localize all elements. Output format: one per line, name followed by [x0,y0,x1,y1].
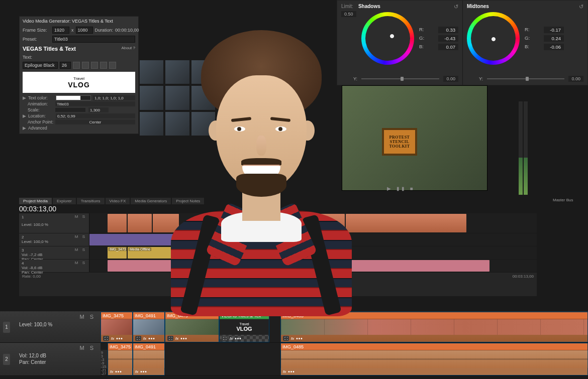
clip[interactable] [346,214,466,232]
font-select[interactable] [23,62,58,69]
main-timecode: 00:03:13,00 [19,205,56,213]
location-label: Location: [28,113,56,118]
zoom-clip-v3[interactable]: IMG_0475 ⛶fx••• [165,312,219,342]
zoom-video-track: 1 M S Level: 100,0 % IMG_3475 ⛶fx••• IMG… [0,312,588,343]
shadows-y-slider[interactable] [361,78,439,79]
align-right-button[interactable] [109,62,116,69]
zoom-clip-title[interactable]: VEGAS Titles & Tex TravelVLOG ⛶fx••• [219,312,269,342]
clip[interactable] [181,234,256,245]
frame-width-input[interactable] [52,27,69,34]
track1-header[interactable]: 1 M S Level: 100,0 % [19,213,89,233]
advanced-toggle[interactable]: Advanced [28,125,56,131]
limit-value[interactable]: 0.50 [341,11,356,17]
align-left-button[interactable] [91,62,98,69]
shadows-section: Limit: Shadows ↺ 0.50 R:0.33 G:-0.43 B:0… [337,1,463,85]
track3-header[interactable]: 3 M S Vol: -7,2 dB Pan: Center [19,246,89,259]
shadows-wheel-handle[interactable] [390,34,394,38]
font-size-input[interactable] [60,62,71,69]
limit-label: Limit: [341,4,353,9]
audio-track-4: 4 M S Vol: -8,6 dB Pan: Center [19,260,537,273]
frame-x: x [71,28,74,33]
location-value[interactable]: 0,52; 0,99 [56,113,135,118]
midtones-section: Midtones ↺ R:-0.17 G:0.24 B:-0.06 Y: 0.0… [463,1,587,85]
tab-transitions[interactable]: Transitions [77,198,105,204]
title-line1: Travel [73,76,84,81]
crop-icon[interactable]: ⛶ [135,336,141,341]
crop-icon[interactable]: ⛶ [222,336,228,341]
audio-clip[interactable]: IMG_3473 [108,247,127,259]
footer-time: 00:03:13,00 [513,274,534,279]
anchor-label: Anchor Point: [28,119,55,124]
zoom-audio-track: 2 M S Vol: 12,0 dB Pan: Center 93-3-9-15… [0,343,588,376]
zoom-track1-header[interactable]: 1 M S Level: 100,0 % [0,312,101,342]
track2-header[interactable]: 2 M S Level: 100,0 % [19,233,89,246]
zoom-audio-clip-a2[interactable]: IMG_0491 fx••• [133,343,165,375]
crop-icon[interactable]: ⛶ [103,336,109,341]
text-color-swatch[interactable] [56,95,91,100]
zoom-audio-clip-a5[interactable]: IMG_0485 fx••• [280,343,588,375]
midtones-y-value[interactable]: 0.00 [568,76,583,82]
shadows-color-wheel[interactable] [361,12,414,65]
panel-title: Video Media Generator: VEGAS Titles & Te… [20,17,138,26]
clip[interactable] [312,214,345,232]
shadows-b[interactable]: 0.07 [438,44,458,50]
audio-meters [518,100,529,196]
midtones-y-slider[interactable] [487,78,564,79]
clip-purple[interactable] [89,234,180,245]
clip[interactable] [153,214,179,232]
tab-media-generators[interactable]: Media Generators [131,198,171,204]
midtones-g[interactable]: 0.24 [544,35,564,42]
zoom-clip-v1[interactable]: IMG_3475 ⛶fx••• [101,312,133,342]
tab-project-notes[interactable]: Project Notes [172,198,204,204]
midtones-wheel-handle[interactable] [492,37,496,41]
title-line2: VLOG [68,81,90,89]
clip[interactable] [108,214,127,232]
scale-label: Scale: [28,107,55,112]
zoom-clip-v2[interactable]: IMG_0491 ⛶fx••• [133,312,165,342]
shadows-g[interactable]: -0.43 [438,35,458,42]
tab-video-fx[interactable]: Video FX [106,198,130,204]
scale-slider[interactable] [55,108,85,112]
text-label: Text: [23,55,50,60]
midtones-color-wheel[interactable] [467,12,520,65]
clip[interactable] [293,214,311,232]
track4-header[interactable]: 4 M S Vol: -8,6 dB Pan: Center [19,260,89,272]
bold-button[interactable] [73,62,80,69]
midtones-b[interactable]: -0.06 [544,44,564,50]
shadows-rgb: R:0.33 G:-0.43 B:0.07 [419,26,458,51]
audio-clip-offline[interactable]: Media Offline [128,247,263,259]
preview-transport[interactable]: ▶ ▮▮ ■ [387,186,415,191]
lower-tabs: Project Media Explorer Transitions Video… [19,198,204,204]
shadows-reset-icon[interactable]: ↺ [454,4,458,10]
duration-value: 00:00:10,00 [115,28,139,33]
zoom-clip-v5[interactable]: IMG_0485 ⛶fx••• [280,312,588,342]
about-link[interactable]: About ? [121,46,135,52]
midtones-y-label: Y: [479,76,483,81]
audio-clip[interactable]: IMG_3484 [264,247,282,259]
crop-icon[interactable]: ⛶ [283,336,289,341]
preset-label: Preset: [23,37,50,42]
transport-controls[interactable]: ⏮ ◀ ■ ▶ ⏭ ⟲ ✂ [262,274,291,279]
zoom-timeline: 1 M S Level: 100,0 % IMG_3475 ⛶fx••• IMG… [0,311,588,376]
shadows-y-value[interactable]: 0.00 [443,76,458,82]
preset-input[interactable] [52,36,135,43]
midtones-reset-icon[interactable]: ↺ [579,4,583,10]
anchor-value[interactable]: Center [55,119,135,124]
crop-icon[interactable]: ⛶ [167,336,173,341]
align-center-button[interactable] [100,62,107,69]
tab-project-media[interactable]: Project Media [19,198,52,204]
shadows-r[interactable]: 0.33 [438,27,458,33]
italic-button[interactable] [82,62,89,69]
midtones-rgb: R:-0.17 G:0.24 B:-0.06 [525,26,564,51]
sign-line3: TOOLKIT [389,144,410,149]
animation-value[interactable]: Title03 [55,101,135,106]
title-preview[interactable]: Travel VLOG [23,72,135,93]
tab-explorer[interactable]: Explorer [53,198,76,204]
scale-value[interactable]: 1,300 [88,107,109,112]
zoom-track2-header[interactable]: 2 M S Vol: 12,0 dB Pan: Center [0,343,101,375]
music-clip[interactable] [108,260,489,272]
clip[interactable] [128,214,152,232]
midtones-r[interactable]: -0.17 [544,27,564,33]
frame-height-input[interactable] [76,27,93,34]
zoom-audio-clip-a1[interactable]: IMG_3475 fx••• [108,343,133,375]
